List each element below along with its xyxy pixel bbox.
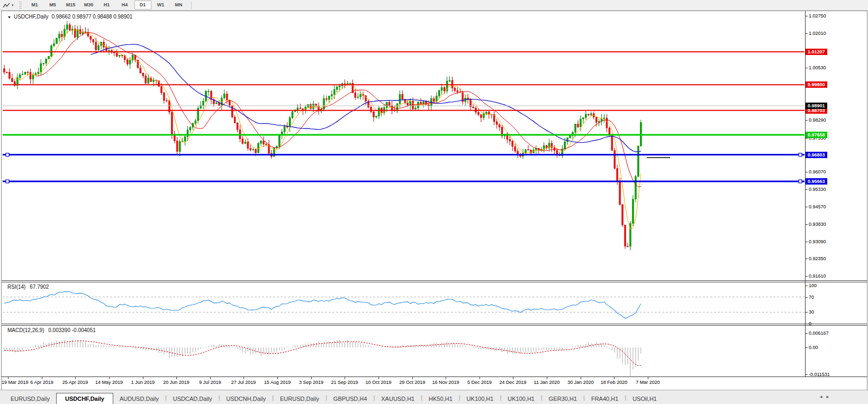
chart-tab-usoil-h1[interactable]: USOil,H1	[626, 393, 663, 404]
date-label: 3 Sep 2019	[299, 380, 323, 385]
chart-tab-fra40-h1[interactable]: FRA40,H1	[585, 393, 625, 404]
chart-tab-hk50-h1[interactable]: HK50,H1	[422, 393, 459, 404]
level-price-label: 1.01207	[806, 49, 827, 55]
chart-tab-bar: EURUSD,DailyUSDCHF,DailyAUDUSD,Daily|USD…	[0, 390, 868, 404]
price-tick-label: 0.96070	[809, 169, 826, 175]
date-tick	[513, 377, 513, 379]
axis-tick	[805, 297, 808, 298]
axis-tick	[805, 242, 808, 242]
chart-tab-ger30-h1[interactable]: GER30,H1	[542, 393, 583, 404]
price-tick-label: 0.93830	[809, 222, 826, 227]
macd-chart-canvas[interactable]	[3, 326, 804, 377]
macd-tick-label: 0.006167	[809, 330, 829, 336]
chart-tab-usdchf-daily[interactable]: USDCHF,Daily	[56, 393, 113, 404]
chart-tab-audusd-daily[interactable]: AUDUSD,Daily	[113, 393, 165, 404]
macd-tick-label: -0.011531	[809, 372, 830, 377]
rsi-tick-label: 0	[809, 321, 811, 326]
price-tick-label: 1.02010	[809, 31, 826, 36]
date-tick	[8, 377, 8, 379]
bid-price-label: 0.98901	[806, 103, 827, 109]
price-tick-label: 0.93090	[809, 239, 826, 244]
date-label: 11 Jan 2020	[534, 380, 560, 385]
date-label: 18 Feb 2020	[601, 380, 628, 385]
price-tick-label: 1.02750	[809, 13, 826, 19]
date-label: 30 Jan 2020	[567, 380, 594, 385]
date-label: 20 Jun 2019	[163, 380, 189, 385]
chart-tab-gbpusd-h4[interactable]: GBPUSD,H4	[327, 393, 374, 404]
date-tick	[176, 377, 177, 379]
tab-scroll-arrows[interactable]: ◂▸	[820, 394, 833, 399]
date-tick	[210, 377, 211, 379]
price-tick-label: 1.00530	[809, 65, 826, 70]
date-tick	[547, 377, 547, 379]
chart-tab-eurusd-daily[interactable]: EURUSD,Daily	[274, 393, 326, 404]
timeframe-button-m30[interactable]: M30	[80, 1, 97, 10]
timeframe-button-m1[interactable]: M1	[26, 1, 43, 10]
date-tick	[446, 377, 446, 379]
date-tick	[480, 377, 480, 379]
timeframe-button-w1[interactable]: W1	[152, 1, 169, 10]
date-label: 25 Apr 2019	[62, 380, 88, 385]
draw-polyline-icon[interactable]	[2, 2, 11, 9]
date-tick	[311, 377, 312, 379]
grip-handle[interactable]	[19, 2, 22, 8]
price-axis-line	[805, 11, 806, 377]
axis-tick	[805, 224, 808, 225]
date-tick	[243, 377, 244, 379]
timeframe-button-h4[interactable]: H4	[116, 1, 133, 10]
rsi-tick-label: 100	[809, 283, 817, 288]
caret-down-icon[interactable]: ▾	[12, 3, 14, 7]
date-tick	[75, 377, 76, 379]
timeframe-button-d1[interactable]: D1	[134, 1, 151, 10]
axis-tick	[805, 120, 808, 121]
date-label: 10 Oct 2019	[365, 380, 391, 385]
rsi-tick-label: 70	[809, 295, 814, 300]
line-handle	[799, 153, 802, 157]
chart-tab-eurusd-daily[interactable]: EURUSD,Daily	[4, 393, 56, 404]
price-chart-canvas[interactable]	[3, 12, 804, 280]
timeframe-button-m5[interactable]: M5	[44, 1, 61, 10]
toolbar-separator	[191, 2, 192, 9]
line-handle	[6, 153, 9, 157]
date-tick	[581, 377, 581, 379]
timeframe-button-m15[interactable]: M15	[62, 1, 79, 10]
axis-tick	[805, 333, 808, 334]
rsi-chart-canvas[interactable]	[3, 282, 804, 324]
axis-tick	[805, 374, 808, 375]
axis-tick	[805, 138, 808, 139]
axis-tick	[805, 189, 808, 190]
date-label: 5 Dec 2019	[467, 380, 492, 385]
price-tick-label: 0.91610	[809, 273, 826, 279]
date-tick	[277, 377, 278, 379]
date-label: 9 Jul 2019	[199, 380, 221, 385]
date-label: 19 Mar 2019	[2, 380, 29, 385]
date-label: 21 Sep 2019	[331, 380, 358, 385]
axis-tick	[805, 207, 808, 207]
date-label: 15 Aug 2019	[264, 380, 291, 385]
chart-tab-uk100-h1[interactable]: UK100,H1	[460, 393, 500, 404]
chart-tab-usdcad-daily[interactable]: USDCAD,Daily	[167, 393, 219, 404]
axis-tick	[805, 312, 808, 313]
level-price-label: 0.99800	[806, 81, 827, 88]
chart-tab-usdcnh-daily[interactable]: USDCNH,Daily	[220, 393, 273, 404]
timeframe-buttons: M1M5M15M30H1H4D1W1MN	[26, 1, 188, 10]
axis-tick	[805, 68, 808, 68]
date-tick	[378, 377, 379, 379]
level-price-label: 0.95663	[806, 178, 827, 185]
date-tick	[42, 377, 42, 379]
timeframe-button-mn[interactable]: MN	[170, 1, 187, 10]
axis-tick	[805, 16, 808, 16]
axis-tick	[805, 347, 808, 348]
date-label: 1 Jun 2019	[131, 380, 155, 385]
macd-tick-label: 0.00	[809, 345, 818, 350]
timeframe-button-h1[interactable]: H1	[98, 1, 115, 10]
date-label: 6 Apr 2019	[30, 380, 53, 385]
chart-tab-uk100-h1[interactable]: UK100,H1	[501, 393, 541, 404]
axis-tick	[805, 259, 808, 259]
chart-tab-xauusd-h1[interactable]: XAUUSD,H1	[375, 393, 421, 404]
date-label: 27 Jul 2019	[231, 380, 256, 385]
axis-tick	[805, 276, 808, 277]
price-tick-label: 0.98290	[809, 117, 826, 123]
date-tick	[412, 377, 413, 379]
date-tick	[143, 377, 143, 379]
